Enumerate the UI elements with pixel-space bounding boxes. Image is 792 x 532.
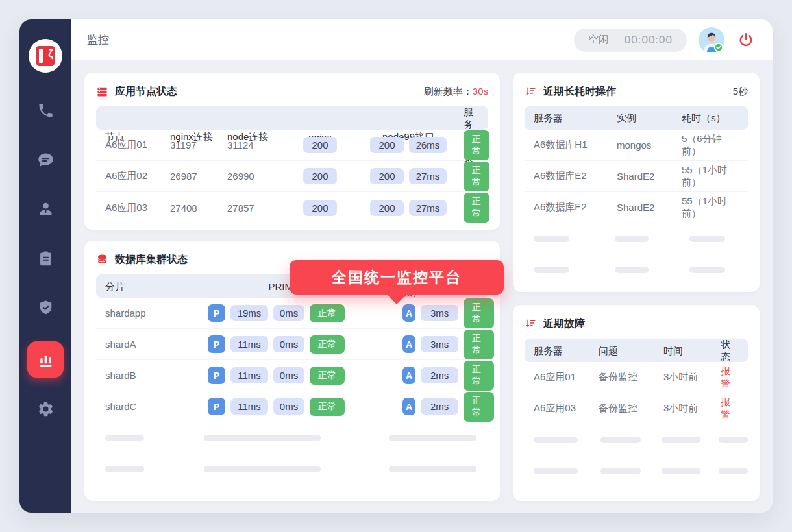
cell-instance: mongos	[617, 139, 682, 151]
status-badge: 正常	[310, 398, 345, 416]
panel-recent-failures: 近期故障 服务器 问题 时间 状态 A6应用01 备份监控 3小时前 报警	[513, 305, 760, 501]
cell-cost: 55（1小时前）	[682, 164, 739, 189]
sidebar-item-contacts[interactable]	[30, 193, 61, 224]
main-area: 监控 空闲 00:00:00	[71, 19, 773, 513]
latency-pill: 0ms	[273, 398, 304, 415]
power-button[interactable]	[736, 30, 756, 50]
cell-shard: shardA	[105, 339, 208, 350]
shield-icon	[37, 299, 55, 317]
cell-server: A6应用01	[534, 371, 599, 383]
app-window: 监控 空闲 00:00:00	[19, 19, 773, 513]
server-icon	[96, 86, 108, 98]
panel-title: 数据库集群状态	[115, 253, 188, 267]
latency-pill: 2ms	[421, 367, 458, 383]
logo-icon	[36, 46, 55, 66]
latency-pill: 0ms	[273, 305, 304, 321]
table-row: A6应用01 备份监控 3小时前 报警	[525, 362, 748, 393]
cell-nginx-conn: 27408	[170, 202, 227, 213]
refresh-rate: 刷新频率：30s	[424, 86, 488, 98]
status-badge: 正常	[464, 361, 494, 391]
arbiter-badge: A	[402, 398, 415, 415]
dashboard-content: 全国统一监控平台 应用节点状态 刷新频率：30s 节点 nginx连接 node…	[71, 61, 773, 513]
nginx-code-pill: 200	[303, 200, 337, 216]
cell-server: A6应用03	[534, 402, 599, 415]
sidebar-item-settings[interactable]	[30, 393, 61, 424]
status-badge: 正常	[310, 335, 345, 354]
sidebar-item-monitoring[interactable]	[27, 341, 64, 378]
sidebar	[19, 19, 71, 513]
skeleton-row	[96, 453, 488, 485]
table-row: shardB P11ms0ms正常 A2ms正常	[96, 360, 488, 391]
latency-pill: 11ms	[230, 336, 268, 352]
panel-title: 应用节点状态	[115, 85, 177, 99]
cell-issue: 备份监控	[599, 371, 663, 383]
threshold-value: 5秒	[733, 86, 748, 98]
status-badge: 正常	[464, 330, 494, 359]
idle-label: 空闲	[588, 33, 609, 47]
database-icon	[96, 254, 108, 266]
col-status: 状态	[721, 339, 739, 363]
cell-node-conn: 31124	[227, 139, 287, 151]
topbar: 监控 空闲 00:00:00	[71, 19, 773, 61]
alert-status: 报警	[721, 396, 739, 421]
cell-instance: ShardE2	[617, 202, 682, 213]
gear-icon	[37, 400, 55, 418]
clipboard-icon	[37, 250, 55, 267]
table-row: A6应用03 备份监控 3小时前 报警	[525, 393, 748, 424]
cell-instance: ShardE2	[617, 171, 682, 182]
latency-pill: 19ms	[230, 305, 268, 321]
cell-cost: 55（1小时前）	[682, 195, 739, 220]
col-time: 时间	[663, 345, 721, 357]
panel-title: 近期故障	[543, 317, 585, 331]
sort-desc-icon	[525, 318, 537, 330]
arbiter-badge: A	[402, 367, 415, 384]
bar-chart-icon	[37, 351, 55, 369]
sidebar-item-security[interactable]	[30, 292, 61, 323]
cell-server: A6数据库H1	[534, 139, 617, 151]
idle-status-pill: 空闲 00:00:00	[574, 29, 687, 52]
cell-shard: shardapp	[105, 308, 208, 319]
table-row: shardC P11ms0ms正常 A2ms正常	[96, 391, 488, 422]
latency-pill: 11ms	[230, 367, 268, 383]
chat-icon	[37, 151, 55, 169]
latency-pill: 0ms	[273, 336, 304, 352]
user-avatar[interactable]	[699, 27, 724, 53]
skeleton-row	[525, 424, 748, 455]
sidebar-item-tasks[interactable]	[30, 243, 61, 274]
node99-latency-pill: 27ms	[409, 200, 447, 216]
skeleton-row	[525, 455, 748, 487]
table-row: A6数据库H1 mongos 5（6分钟前）	[525, 130, 748, 161]
panel-app-node-status: 应用节点状态 刷新频率：30s 节点 nginx连接 node连接 nginx …	[84, 73, 500, 230]
primary-badge: P	[208, 335, 225, 353]
cell-node: A6应用03	[105, 202, 170, 214]
col-server: 服务器	[534, 112, 617, 125]
status-badge: 正常	[464, 392, 494, 422]
node99-latency-pill: 27ms	[409, 168, 447, 184]
col-issue: 问题	[599, 345, 663, 357]
arbiter-badge: A	[402, 335, 415, 353]
latency-pill: 3ms	[421, 305, 458, 321]
col-shard: 分片	[105, 281, 208, 293]
cell-time: 3小时前	[663, 371, 721, 383]
nginx-code-pill: 200	[303, 168, 337, 184]
sort-desc-icon	[525, 86, 537, 98]
latency-pill: 2ms	[421, 398, 458, 415]
cell-issue: 备份监控	[599, 402, 663, 415]
page-title: 监控	[87, 32, 109, 47]
table-row: A6数据库E2 ShardE2 55（1小时前）	[525, 192, 748, 223]
cell-shard: shardB	[105, 370, 208, 381]
sidebar-item-phone[interactable]	[30, 95, 61, 126]
platform-tooltip: 全国统一监控平台	[290, 260, 504, 295]
cell-node: A6应用01	[105, 139, 170, 151]
status-badge: 正常	[464, 162, 489, 191]
app-logo	[29, 39, 62, 73]
skeleton-row	[525, 254, 748, 285]
sidebar-item-messages[interactable]	[30, 144, 61, 175]
table-header: 节点 nginx连接 node连接 nginx node99接口 服务器状态	[96, 106, 488, 130]
phone-icon	[37, 102, 55, 119]
table-row: A6应用02 26987 26990 200 20027ms 正常	[96, 161, 488, 192]
cell-node-conn: 26990	[227, 171, 287, 182]
cell-shard: shardC	[105, 401, 208, 412]
cell-node: A6应用02	[105, 170, 170, 182]
online-check-icon	[715, 43, 723, 51]
